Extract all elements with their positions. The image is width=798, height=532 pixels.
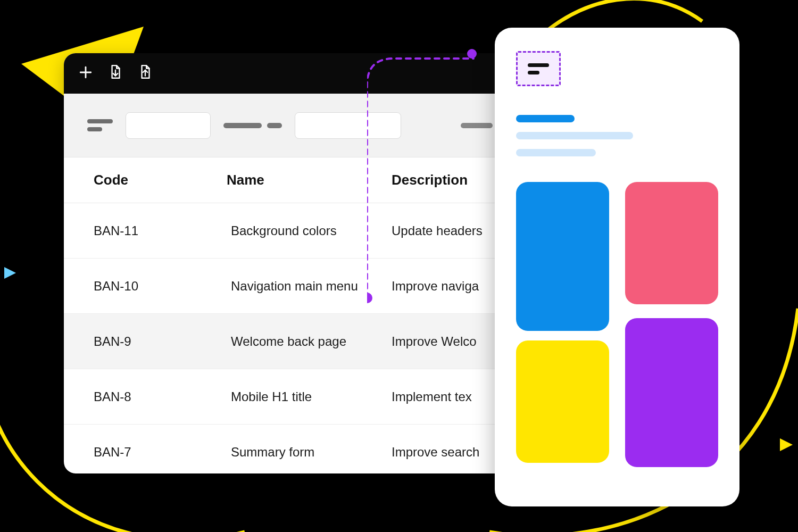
tile-blue[interactable] xyxy=(516,182,609,331)
cell-name: Summary form xyxy=(227,445,392,460)
table-body: BAN-11 Background colors Update headers … xyxy=(64,203,516,473)
cell-description: Improve Welco xyxy=(392,334,486,349)
filter-input-2[interactable] xyxy=(295,112,401,139)
table-row[interactable]: BAN-7 Summary form Improve search xyxy=(64,425,516,473)
svg-marker-2 xyxy=(780,438,793,451)
upload-file-icon[interactable] xyxy=(138,64,152,82)
col-header-code: Code xyxy=(94,172,227,188)
issues-table-window: Code Name Description BAN-11 Background … xyxy=(64,53,516,473)
decorative-blue-triangle xyxy=(3,266,17,280)
filter-bar xyxy=(64,94,516,157)
detail-subtitle-bar xyxy=(516,132,633,139)
color-tile-grid xyxy=(516,182,718,467)
cell-code: BAN-8 xyxy=(94,389,227,404)
cell-name: Welcome back page xyxy=(227,334,392,349)
cell-code: BAN-11 xyxy=(94,223,227,238)
tile-pink[interactable] xyxy=(625,182,718,304)
table-row[interactable]: BAN-8 Mobile H1 title Implement tex xyxy=(64,369,516,425)
cell-name: Background colors xyxy=(227,223,392,238)
cell-name: Navigation main menu xyxy=(227,279,392,294)
download-file-icon[interactable] xyxy=(109,64,122,82)
cell-code: BAN-10 xyxy=(94,279,227,294)
cell-description: Implement tex xyxy=(392,389,486,404)
table-header: Code Name Description xyxy=(64,157,516,203)
col-header-description: Description xyxy=(392,172,486,188)
menu-icon[interactable] xyxy=(516,51,561,86)
window-toolbar xyxy=(64,53,516,94)
cell-code: BAN-9 xyxy=(94,334,227,349)
detail-heading-placeholder xyxy=(516,115,718,156)
cell-description: Improve naviga xyxy=(392,279,486,294)
col-header-name: Name xyxy=(227,172,392,188)
filter-input-1[interactable] xyxy=(126,112,211,139)
table-row[interactable]: BAN-9 Welcome back page Improve Welco xyxy=(64,314,516,369)
filter-separator xyxy=(223,123,282,128)
tile-yellow[interactable] xyxy=(516,340,609,463)
cell-name: Mobile H1 title xyxy=(227,389,392,404)
connector-endpoint-icon xyxy=(467,49,477,59)
cell-description: Improve search xyxy=(392,445,486,460)
filter-menu-icon[interactable] xyxy=(87,119,113,131)
detail-title-bar xyxy=(516,115,575,122)
decorative-yellow-triangle xyxy=(779,437,794,452)
svg-marker-1 xyxy=(4,267,16,279)
detail-subtitle-bar xyxy=(516,149,596,156)
plus-icon[interactable] xyxy=(79,65,93,81)
cell-code: BAN-7 xyxy=(94,445,227,460)
cell-description: Update headers xyxy=(392,223,486,238)
table-row[interactable]: BAN-10 Navigation main menu Improve navi… xyxy=(64,259,516,314)
table-row[interactable]: BAN-11 Background colors Update headers xyxy=(64,203,516,259)
detail-card xyxy=(495,28,739,506)
filter-trail xyxy=(461,123,493,128)
tile-purple[interactable] xyxy=(625,318,718,467)
